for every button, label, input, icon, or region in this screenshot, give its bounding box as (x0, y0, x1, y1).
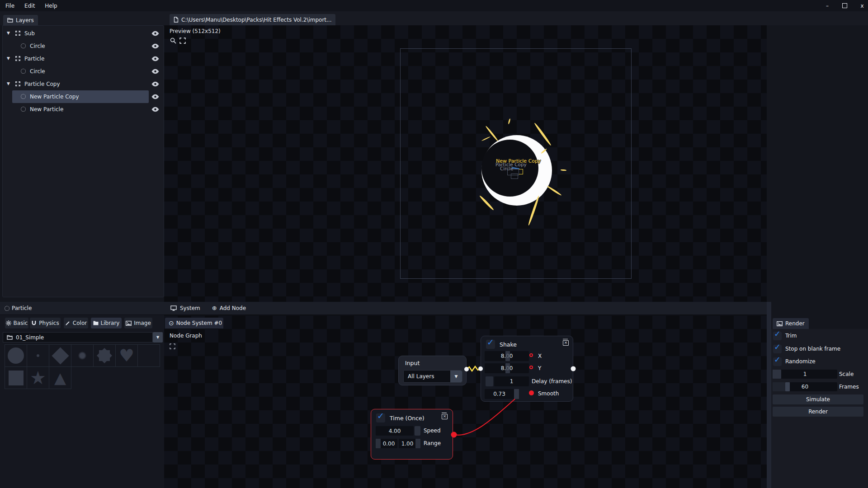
tab-node-system-0[interactable]: Node System #0 (165, 318, 223, 328)
shake-x-label: X (538, 353, 542, 359)
node-shake[interactable]: Shake 8.00 X 8.00 Y 1 Delay (frames) (481, 336, 573, 402)
drag-handle[interactable] (505, 351, 510, 361)
minimize-button[interactable]: – (824, 3, 830, 9)
graph-scrollbar[interactable] (767, 302, 771, 488)
shape-cell-burst[interactable] (93, 344, 116, 367)
shake-delay-field[interactable]: 1 (494, 376, 529, 386)
shape-cell-square[interactable] (5, 366, 27, 389)
tab-render[interactable]: Render (773, 318, 809, 329)
chevron-down-icon[interactable] (7, 82, 10, 86)
chevron-down-icon[interactable] (7, 56, 10, 61)
delete-node-icon[interactable] (442, 413, 447, 418)
shake-enabled-checkbox[interactable] (486, 340, 495, 349)
star-shape: ★ (30, 369, 46, 387)
tab-layers[interactable]: Layers (3, 15, 38, 25)
menu-edit[interactable]: Edit (24, 3, 35, 9)
drag-handle[interactable] (505, 363, 510, 373)
library-dropdown-arrow[interactable] (153, 332, 163, 343)
render-button[interactable]: Render (773, 407, 863, 417)
drag-handle[interactable] (415, 439, 420, 448)
input-layers-dropdown[interactable]: All Layers (403, 370, 462, 383)
close-button[interactable]: x (859, 3, 865, 9)
canvas-selection-rect (511, 174, 518, 179)
time-range-min-field[interactable]: 0.00 (376, 439, 397, 448)
particle-spinner-icon (21, 43, 26, 48)
layer-row-circle2[interactable]: Circle (3, 65, 164, 78)
tab-physics[interactable]: Physics (30, 318, 61, 328)
particle-panel-header: Particle (0, 302, 164, 315)
delete-node-icon[interactable] (563, 339, 568, 345)
time-enabled-checkbox[interactable] (376, 413, 385, 422)
maximize-button[interactable] (842, 3, 847, 8)
delay-drag-box[interactable] (486, 376, 493, 386)
zoom-magnifier-icon[interactable] (170, 38, 176, 44)
shape-cell-triangle[interactable]: ▲ (49, 366, 71, 389)
layer-row-sub[interactable]: Sub (3, 27, 164, 40)
layer-row-particle[interactable]: Particle (3, 52, 164, 65)
shake-x-field[interactable]: 8.00 (485, 351, 529, 361)
node-system-tab-label: Node System #0 (176, 320, 222, 326)
graph-fullscreen-icon[interactable] (170, 343, 175, 349)
shape-cell-empty[interactable] (137, 344, 160, 367)
shape-cell-dot[interactable] (27, 344, 49, 367)
node-input[interactable]: Input All Layers (398, 356, 467, 385)
tab-color[interactable]: Color (64, 318, 88, 328)
preview-viewport[interactable]: Preview (512x512) Particle Copy New Part… (164, 25, 767, 302)
shape-cell-diamond[interactable] (49, 344, 71, 367)
menu-file[interactable]: File (5, 3, 14, 9)
time-range-max-field[interactable]: 1.00 (399, 439, 420, 448)
burst-shape (97, 348, 112, 363)
node-time-once[interactable]: Time (Once) 4.00 Speed 0.00 1.00 Range (371, 409, 453, 460)
drag-handle[interactable] (376, 439, 381, 448)
shape-cell-heart[interactable]: ♥ (115, 344, 138, 367)
tab-file-path[interactable]: C:\Users\Manu\Desktop\Packs\Hit Effects … (170, 14, 335, 25)
library-folder-dropdown[interactable]: 01_Simple (3, 332, 153, 343)
visibility-eye-icon[interactable] (151, 81, 159, 87)
scale-field[interactable]: 1 (773, 370, 837, 379)
particle-spinner-icon (5, 306, 9, 311)
visibility-eye-icon[interactable] (151, 31, 159, 36)
shake-smooth-field[interactable]: 0.73 (485, 389, 519, 399)
shake-y-field[interactable]: 8.00 (485, 363, 529, 373)
layer-row-circle[interactable]: Circle (3, 40, 164, 52)
dropdown-arrow-icon[interactable] (450, 371, 462, 382)
shake-x-port[interactable] (529, 353, 533, 357)
shape-cell-star[interactable]: ★ (27, 366, 49, 389)
drag-handle[interactable] (785, 382, 790, 391)
shake-smooth-port[interactable] (529, 390, 534, 395)
tab-library[interactable]: Library (91, 318, 122, 328)
layer-row-new-particle[interactable]: New Particle (3, 103, 164, 116)
layer-row-new-particle-copy[interactable]: New Particle Copy (3, 90, 164, 103)
chevron-down-icon[interactable] (7, 31, 10, 35)
visibility-eye-icon[interactable] (151, 94, 159, 99)
drag-handle[interactable] (415, 426, 420, 436)
add-node-button[interactable]: Add Node (220, 305, 246, 311)
tab-basic[interactable]: Basic (5, 318, 28, 328)
time-speed-field[interactable]: 4.00 (376, 426, 414, 436)
simulate-button[interactable]: Simulate (773, 394, 863, 404)
node-wires (164, 302, 767, 488)
visibility-eye-icon[interactable] (151, 107, 159, 112)
menu-help[interactable]: Help (45, 3, 57, 9)
visibility-eye-icon[interactable] (151, 69, 159, 74)
layers-panel: Sub Circle Particle Circle Particle Copy (2, 25, 164, 297)
drag-handle[interactable] (514, 389, 519, 399)
node-graph-area[interactable]: System Add Node Node System #0 Node Grap… (164, 302, 767, 488)
shake-y-port[interactable] (529, 366, 533, 369)
frames-field[interactable]: 60 (773, 382, 837, 391)
trim-checkbox[interactable] (773, 332, 782, 340)
layer-row-particle-copy[interactable]: Particle Copy (3, 78, 164, 90)
layer-label: Circle (30, 68, 45, 75)
system-menu[interactable]: System (180, 305, 200, 311)
stop-blank-checkbox[interactable] (773, 345, 782, 353)
tab-image[interactable]: Image (124, 318, 152, 328)
randomize-checkbox[interactable] (773, 357, 782, 366)
diamond-shape (52, 347, 69, 364)
fit-view-icon[interactable] (179, 38, 186, 44)
visibility-eye-icon[interactable] (151, 43, 159, 49)
layer-label: Circle (30, 43, 45, 49)
shape-cell-circle[interactable] (5, 344, 27, 367)
visibility-eye-icon[interactable] (151, 56, 159, 61)
shape-cell-soft-dot[interactable] (71, 344, 94, 367)
drag-handle[interactable] (773, 370, 781, 379)
